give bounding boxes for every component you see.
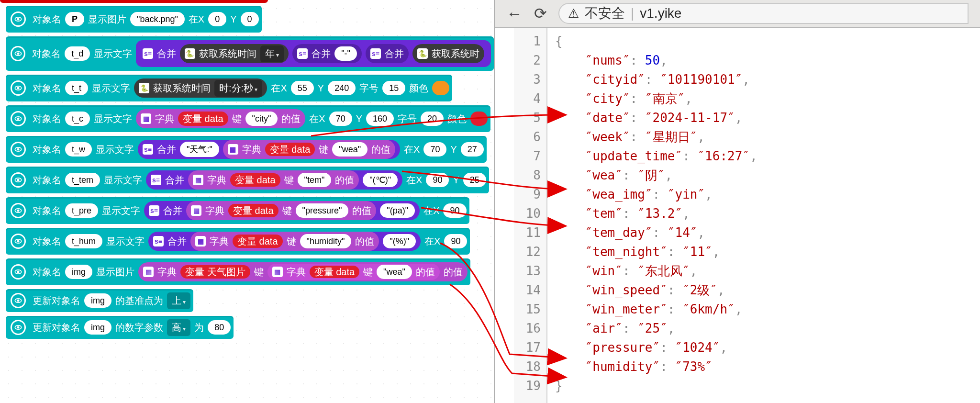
fontsize-value[interactable]: 20: [421, 112, 444, 126]
dict-lookup-city[interactable]: ▦ 字典 变量 data 键 " city " 的值: [136, 109, 305, 128]
y-value[interactable]: 25: [463, 173, 486, 187]
key-pill[interactable]: " city ": [245, 112, 278, 126]
fontsize-value[interactable]: 15: [382, 81, 405, 95]
x-value[interactable]: 90: [443, 203, 466, 218]
block-show-text-td[interactable]: 对象名 t_d 显示文字 s≡ 合并 🐍 获取系统时间 年 s≡ 合并 " - …: [6, 36, 494, 71]
label-valueof: 的值: [352, 204, 371, 217]
reload-button[interactable]: ⟳: [534, 4, 547, 22]
merge-pre[interactable]: s≡ 合并 ▦ 字典 变量 data 键 " pressure " 的值 " (…: [144, 201, 420, 220]
label-Y: Y: [318, 83, 324, 94]
block-update-numparam[interactable]: 更新对象名 img 的数字参数 高 为 80: [6, 316, 234, 339]
block-show-text-tt[interactable]: 对象名 t_t 显示文字 🐍 获取系统时间 时:分:秒 在X 55 Y 240 …: [6, 75, 452, 101]
y-value[interactable]: 0: [241, 12, 259, 26]
block-show-text-tc[interactable]: 对象名 t_c 显示文字 ▦ 字典 变量 data 键 " city " 的值 …: [6, 105, 490, 132]
obj-pill[interactable]: t_tem: [65, 173, 100, 187]
y-value[interactable]: 160: [366, 112, 394, 126]
merge-wea[interactable]: s≡ 合并 " 天气: " ▦ 字典 变量 data 键 " wea " 的值: [138, 140, 400, 159]
label-valueof: 的值: [335, 174, 354, 187]
get-systime-year[interactable]: 🐍 获取系统时间 年: [180, 44, 289, 63]
label-dict: 字典: [155, 112, 174, 125]
var-data[interactable]: 变量 data: [230, 173, 280, 187]
prefix-pill[interactable]: " 天气: ": [180, 142, 219, 157]
statement-icon: [11, 142, 26, 157]
key-pill[interactable]: " wea ": [332, 142, 368, 157]
unit-pill[interactable]: " (℃) ": [363, 173, 398, 187]
var-weather-img[interactable]: 变量 天气图片: [180, 265, 250, 279]
dict-lookup-weatherimg[interactable]: ▦ 字典 变量 天气图片 键 ▦ 字典 变量 data 键 " wea " 的值…: [138, 262, 468, 281]
merge-icon: s≡: [370, 48, 381, 59]
dict-icon: ▦: [228, 144, 238, 155]
unit-pill[interactable]: " (%) ": [383, 234, 416, 248]
obj-pill[interactable]: img: [84, 320, 111, 335]
x-value[interactable]: 90: [426, 173, 449, 187]
key-pill[interactable]: " wea ": [377, 265, 412, 279]
label-key: 键: [232, 112, 242, 125]
y-value[interactable]: 27: [461, 142, 484, 157]
filename-pill[interactable]: " back.png ": [130, 12, 185, 26]
height-dropdown[interactable]: 高: [167, 319, 190, 336]
x-value[interactable]: 55: [291, 81, 314, 95]
dict-lookup-wea[interactable]: ▦ 字典 变量 data 键 " wea " 的值: [223, 140, 395, 159]
svg-point-15: [17, 240, 19, 242]
get-systime-hms[interactable]: 🐍 获取系统时间 时:分:秒: [134, 78, 267, 98]
obj-pill[interactable]: img: [65, 265, 92, 279]
dict-lookup-tem[interactable]: ▦ 字典 变量 data 键 " tem " 的值: [188, 170, 359, 190]
block-show-text-tpre[interactable]: 对象名 t_pre 显示文字 s≡ 合并 ▦ 字典 变量 data 键 " pr…: [6, 197, 469, 224]
dict-lookup-inner[interactable]: ▦ 字典 变量 data 键 " wea " 的值: [267, 264, 440, 280]
color-swatch-orange[interactable]: [432, 81, 449, 95]
obj-pill[interactable]: t_d: [65, 46, 89, 61]
block-show-image-back[interactable]: 对象名 P 显示图片 " back.png " 在X 0 Y 0: [6, 6, 262, 33]
label-merge: 合并: [157, 47, 176, 60]
obj-pill[interactable]: t_hum: [65, 234, 102, 248]
label-atX: 在X: [309, 112, 325, 125]
merge-inner-1[interactable]: s≡ 合并 " - ": [292, 44, 362, 63]
dict-lookup-humidity[interactable]: ▦ 字典 变量 data 键 " humidity " 的值: [190, 232, 379, 251]
key-pill[interactable]: " humidity ": [300, 234, 352, 248]
obj-pill[interactable]: t_c: [65, 112, 90, 126]
var-data[interactable]: 变量 data: [310, 266, 359, 278]
value-pill[interactable]: 80: [208, 320, 231, 335]
block-show-text-ttem[interactable]: 对象名 t_tem 显示文字 s≡ 合并 ▦ 字典 变量 data 键 " te…: [6, 167, 489, 193]
merge-inner-2[interactable]: s≡ 合并: [366, 44, 409, 63]
obj-pill[interactable]: img: [84, 293, 111, 308]
dash-pill[interactable]: " - ": [334, 46, 357, 61]
x-value[interactable]: 0: [208, 12, 226, 26]
label-systime: 获取系统时间: [199, 47, 256, 60]
var-data[interactable]: 变量 data: [178, 112, 228, 126]
obj-pill[interactable]: P: [65, 12, 84, 26]
block-update-anchor[interactable]: 更新对象名 img 的基准点为 上: [6, 289, 193, 312]
label-atX: 在X: [423, 204, 439, 217]
hms-dropdown[interactable]: 时:分:秒: [214, 80, 262, 97]
key-pill[interactable]: " tem ": [298, 173, 332, 187]
obj-pill[interactable]: t_t: [65, 81, 88, 95]
label-objname: 对象名: [33, 204, 61, 217]
x-value[interactable]: 70: [423, 142, 446, 157]
key-pill[interactable]: " pressure ": [296, 203, 349, 218]
block-show-image-img[interactable]: 对象名 img 显示图片 ▦ 字典 变量 天气图片 键 ▦ 字典 变量 data…: [6, 258, 470, 285]
year-dropdown[interactable]: 年: [260, 45, 284, 62]
label-dict: 字典: [210, 235, 229, 248]
x-value[interactable]: 90: [444, 234, 467, 248]
label-valueof: 的值: [444, 266, 463, 279]
block-show-text-tw[interactable]: 对象名 t_w 显示文字 s≡ 合并 " 天气: " ▦ 字典 变量 data …: [6, 136, 487, 163]
merge-tem[interactable]: s≡ 合并 ▦ 字典 变量 data 键 " tem " 的值 " (℃) ": [146, 170, 402, 190]
y-value[interactable]: 240: [328, 81, 356, 95]
dict-lookup-pressure[interactable]: ▦ 字典 变量 data 键 " pressure " 的值: [186, 201, 376, 220]
anchor-dropdown[interactable]: 上: [167, 292, 190, 309]
obj-pill[interactable]: t_w: [65, 142, 92, 157]
x-value[interactable]: 70: [329, 112, 352, 126]
block-show-text-thum[interactable]: 对象名 t_hum 显示文字 s≡ 合并 ▦ 字典 变量 data 键 " hu…: [6, 228, 470, 255]
unit-pill[interactable]: " (pa) ": [380, 203, 415, 218]
get-systime-2[interactable]: 🐍 获取系统时: [412, 44, 484, 63]
merge-outer[interactable]: s≡ 合并 🐍 获取系统时间 年 s≡ 合并 " - " s≡ 合并 🐍 获取系…: [136, 40, 491, 67]
statement-icon: [11, 46, 25, 61]
var-data[interactable]: 变量 data: [233, 235, 282, 248]
back-button[interactable]: ←: [506, 4, 523, 23]
url-box[interactable]: ⚠ 不安全 | v1.yike: [558, 3, 969, 24]
var-data[interactable]: 变量 data: [228, 204, 278, 217]
color-swatch-red[interactable]: [470, 112, 488, 126]
obj-pill[interactable]: t_pre: [65, 203, 98, 218]
merge-hum[interactable]: s≡ 合并 ▦ 字典 变量 data 键 " humidity " 的值 " (…: [148, 232, 421, 251]
var-data[interactable]: 变量 data: [265, 143, 315, 156]
label-showtext: 显示文字: [106, 235, 145, 248]
